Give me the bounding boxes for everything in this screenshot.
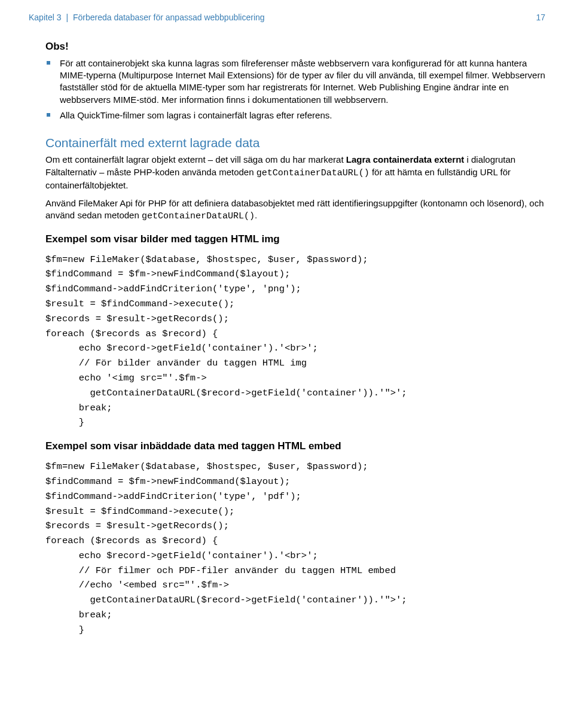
paragraph: Om ett containerfält lagrar objekt exter… <box>45 154 545 191</box>
list-item-text: Alla QuickTime-filmer som lagras i conta… <box>60 110 332 120</box>
paragraph-text: . <box>255 210 257 220</box>
header-chapter: Kapitel 3 <box>29 13 61 22</box>
page-header: Kapitel 3 | Förbereda databaser för anpa… <box>29 12 545 23</box>
code-block: $fm=new FileMaker($database, $hostspec, … <box>45 459 545 638</box>
paragraph-text: Använd FileMaker Api för PHP för att def… <box>45 198 544 220</box>
header-title: Förbereda databaser för anpassad webbpub… <box>73 13 265 22</box>
example-heading: Exempel som visar inbäddade data med tag… <box>45 440 545 453</box>
bullet-list: För att containerobjekt ska kunna lagras… <box>45 57 545 121</box>
inline-code: getContainerDataURL() <box>257 168 370 178</box>
note-heading: Obs! <box>45 40 545 54</box>
header-divider: | <box>63 13 71 22</box>
paragraph-bold: Lagra containerdata externt <box>346 154 465 165</box>
inline-code: getContainerDataURL() <box>142 211 255 221</box>
paragraph-text: Om ett containerfält lagrar objekt exter… <box>45 154 346 165</box>
list-item: För att containerobjekt ska kunna lagras… <box>59 57 545 106</box>
section-heading: Containerfält med externt lagrade data <box>45 135 545 151</box>
paragraph: Använd FileMaker Api för PHP för att def… <box>45 197 545 223</box>
page-number: 17 <box>536 12 545 23</box>
code-block: $fm=new FileMaker($database, $hostspec, … <box>45 252 545 431</box>
example-heading: Exempel som visar bilder med taggen HTML… <box>45 233 545 246</box>
list-item: Alla QuickTime-filmer som lagras i conta… <box>59 109 545 121</box>
list-item-text: För att containerobjekt ska kunna lagras… <box>60 58 545 105</box>
